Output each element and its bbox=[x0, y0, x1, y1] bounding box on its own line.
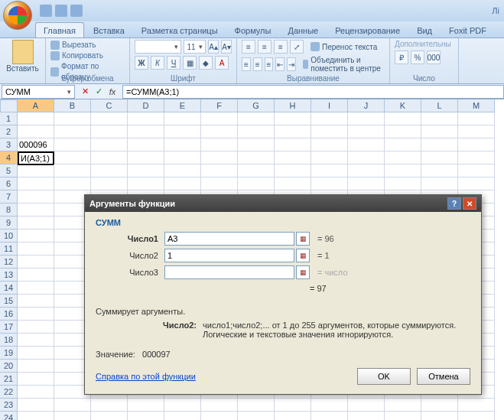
cell[interactable] bbox=[128, 151, 164, 164]
cancel-icon[interactable]: ✕ bbox=[80, 86, 90, 97]
cell[interactable] bbox=[238, 177, 275, 190]
row-header[interactable]: 24 bbox=[0, 412, 18, 420]
cell[interactable] bbox=[164, 399, 201, 412]
row-header[interactable]: 16 bbox=[0, 308, 18, 321]
arg-input-1[interactable] bbox=[164, 232, 294, 246]
bold-button[interactable]: Ж bbox=[135, 56, 148, 70]
cell[interactable] bbox=[458, 151, 495, 164]
cancel-button[interactable]: Отмена bbox=[417, 368, 470, 385]
copy-button[interactable]: Копировать bbox=[50, 50, 125, 61]
col-header[interactable]: F bbox=[201, 99, 238, 112]
align-right-icon[interactable]: ≡ bbox=[265, 57, 274, 71]
cell[interactable] bbox=[275, 125, 311, 138]
cell[interactable] bbox=[128, 112, 164, 125]
cell[interactable] bbox=[54, 412, 91, 420]
cell[interactable] bbox=[311, 151, 348, 164]
row-header[interactable]: 21 bbox=[0, 373, 18, 386]
cell[interactable] bbox=[238, 164, 275, 177]
row-header[interactable]: 22 bbox=[0, 386, 18, 399]
row-header[interactable]: 18 bbox=[0, 334, 18, 347]
cell[interactable] bbox=[18, 203, 54, 217]
cell[interactable] bbox=[421, 151, 458, 164]
cell[interactable] bbox=[18, 347, 54, 360]
cell[interactable] bbox=[275, 177, 311, 190]
cell[interactable] bbox=[54, 164, 91, 177]
row-header[interactable]: 10 bbox=[0, 230, 18, 243]
cell[interactable] bbox=[128, 177, 164, 190]
cell[interactable] bbox=[128, 138, 164, 151]
cell[interactable] bbox=[238, 399, 275, 412]
tab-home[interactable]: Главная bbox=[35, 22, 84, 37]
col-header[interactable]: J bbox=[348, 99, 385, 112]
tab-layout[interactable]: Разметка страницы bbox=[134, 23, 226, 37]
range-picker-icon[interactable]: ▦ bbox=[296, 249, 310, 262]
cell[interactable] bbox=[311, 399, 348, 412]
cell[interactable] bbox=[91, 138, 128, 151]
cell[interactable] bbox=[201, 177, 238, 190]
underline-button[interactable]: Ч bbox=[167, 56, 180, 70]
row-header[interactable]: 15 bbox=[0, 295, 18, 308]
align-left-icon[interactable]: ≡ bbox=[242, 57, 251, 71]
cell[interactable]: 000096 bbox=[18, 138, 54, 151]
row-header[interactable]: 2 bbox=[0, 125, 18, 138]
cell[interactable] bbox=[275, 138, 311, 151]
cell[interactable] bbox=[201, 138, 238, 151]
cell[interactable] bbox=[54, 177, 91, 190]
arg-input-3[interactable] bbox=[164, 265, 294, 279]
col-header[interactable]: I bbox=[311, 99, 348, 112]
cell[interactable] bbox=[18, 256, 54, 269]
cell[interactable] bbox=[275, 412, 311, 420]
align-top-icon[interactable]: ≡ bbox=[242, 40, 255, 54]
font-color-button[interactable]: A bbox=[215, 56, 229, 70]
cell[interactable] bbox=[275, 151, 311, 164]
cell[interactable] bbox=[164, 412, 201, 420]
grow-font-icon[interactable]: A▴ bbox=[208, 40, 219, 54]
cell[interactable] bbox=[128, 412, 164, 420]
cell[interactable] bbox=[348, 412, 385, 420]
cell[interactable] bbox=[91, 112, 128, 125]
border-button[interactable]: ▦ bbox=[183, 56, 197, 70]
cell[interactable] bbox=[18, 177, 54, 190]
close-icon[interactable]: ✕ bbox=[463, 197, 476, 210]
cell[interactable] bbox=[18, 243, 54, 256]
tab-review[interactable]: Рецензирование bbox=[327, 23, 408, 37]
cell[interactable] bbox=[128, 125, 164, 138]
cell[interactable] bbox=[421, 125, 458, 138]
cell[interactable] bbox=[385, 125, 421, 138]
cell[interactable] bbox=[311, 412, 348, 420]
cell[interactable] bbox=[348, 151, 385, 164]
shrink-font-icon[interactable]: A▾ bbox=[221, 40, 232, 54]
cell[interactable] bbox=[348, 112, 385, 125]
cell[interactable] bbox=[18, 412, 54, 420]
cell[interactable] bbox=[18, 190, 54, 203]
cell[interactable] bbox=[385, 164, 421, 177]
cell[interactable] bbox=[238, 151, 275, 164]
wrap-text-button[interactable]: Перенос текста bbox=[311, 42, 377, 51]
tab-data[interactable]: Данные bbox=[280, 23, 326, 37]
row-header[interactable]: 4 bbox=[0, 151, 18, 164]
cell[interactable] bbox=[458, 138, 495, 151]
cell[interactable] bbox=[18, 373, 54, 386]
dialog-titlebar[interactable]: Аргументы функции ? ✕ bbox=[85, 195, 481, 212]
row-header[interactable]: 1 bbox=[0, 112, 18, 125]
cell[interactable] bbox=[421, 399, 458, 412]
cell[interactable] bbox=[91, 412, 128, 420]
cell[interactable] bbox=[91, 151, 128, 164]
cell[interactable] bbox=[164, 138, 201, 151]
comma-icon[interactable]: 000 bbox=[427, 50, 441, 64]
cell[interactable] bbox=[421, 138, 458, 151]
tab-foxit[interactable]: Foxit PDF bbox=[441, 23, 494, 37]
ok-button[interactable]: OK bbox=[357, 368, 411, 385]
col-header[interactable]: H bbox=[275, 99, 311, 112]
cell[interactable] bbox=[275, 112, 311, 125]
cell[interactable] bbox=[54, 399, 91, 412]
row-header[interactable]: 14 bbox=[0, 282, 18, 295]
row-header[interactable]: 8 bbox=[0, 203, 18, 217]
tab-formulas[interactable]: Формулы bbox=[227, 23, 279, 37]
percent-icon[interactable]: % bbox=[411, 50, 424, 64]
row-header[interactable]: 19 bbox=[0, 347, 18, 360]
help-link[interactable]: Справка по этой функции bbox=[96, 372, 196, 381]
cell[interactable] bbox=[18, 217, 54, 230]
cell[interactable] bbox=[18, 269, 54, 282]
cell[interactable] bbox=[238, 112, 275, 125]
